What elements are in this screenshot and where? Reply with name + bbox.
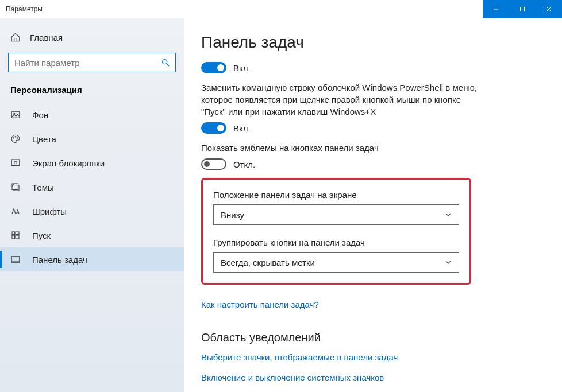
- svg-point-8: [13, 138, 14, 139]
- desc-powershell: Заменить командную строку оболочкой Wind…: [201, 81, 477, 118]
- svg-point-9: [15, 137, 16, 138]
- lockscreen-icon: [10, 158, 21, 168]
- sidebar-item-label: Панель задач: [32, 255, 87, 265]
- sidebar-item-taskbar[interactable]: Панель задач: [0, 247, 184, 271]
- sidebar-item-label: Темы: [32, 183, 54, 192]
- svg-rect-1: [521, 7, 525, 11]
- sidebar-section-title: Персонализация: [0, 79, 184, 103]
- palette-icon: [10, 134, 21, 144]
- start-icon: [10, 230, 21, 240]
- chevron-down-icon: [445, 258, 452, 267]
- titlebar: Параметры: [0, 0, 562, 18]
- home-icon: [10, 32, 21, 42]
- sidebar: Главная Персонализация Фон Цвета Экран б…: [0, 18, 184, 392]
- sidebar-item-label: Пуск: [32, 231, 51, 240]
- svg-rect-13: [14, 162, 17, 164]
- search-input[interactable]: [8, 53, 176, 72]
- toggle-row-1: Вкл.: [201, 62, 539, 73]
- svg-point-7: [14, 113, 15, 114]
- group-select[interactable]: Всегда, скрывать метки: [213, 252, 459, 273]
- home-label: Главная: [30, 33, 63, 42]
- toggle-3[interactable]: [201, 158, 226, 170]
- system-icons-link[interactable]: Включение и выключение системных значков: [201, 372, 539, 382]
- sidebar-item-background[interactable]: Фон: [0, 103, 184, 127]
- toggle-row-2: Вкл.: [201, 122, 539, 134]
- group-value: Всегда, скрывать метки: [221, 258, 315, 267]
- svg-rect-11: [11, 160, 20, 166]
- highlighted-settings: Положение панели задач на экране Внизу Г…: [201, 178, 471, 285]
- content-pane: Панель задач Вкл. Заменить командную стр…: [184, 18, 562, 392]
- search-icon: [161, 58, 170, 67]
- toggle-1-label: Вкл.: [233, 63, 251, 73]
- toggle-2[interactable]: [201, 122, 226, 134]
- window-controls: [483, 0, 562, 18]
- desc-badges: Показать эмблемы на кнопках панели задач: [201, 142, 477, 154]
- toggle-1[interactable]: [201, 62, 226, 73]
- toggle-2-label: Вкл.: [233, 123, 251, 133]
- svg-rect-18: [16, 232, 19, 235]
- sidebar-item-colors[interactable]: Цвета: [0, 127, 184, 151]
- maximize-button[interactable]: [509, 0, 536, 18]
- sidebar-item-themes[interactable]: Темы: [0, 175, 184, 199]
- position-select[interactable]: Внизу: [213, 204, 459, 225]
- notification-area-heading: Область уведомлений: [201, 331, 539, 344]
- svg-rect-17: [12, 232, 15, 235]
- sidebar-item-label: Цвета: [32, 134, 56, 144]
- svg-rect-14: [12, 184, 18, 190]
- taskbar-icon: [10, 254, 21, 265]
- page-title: Панель задач: [201, 33, 539, 52]
- search-field-wrap: [8, 53, 176, 72]
- group-label: Группировать кнопки на панели задач: [213, 238, 459, 247]
- sidebar-item-label: Шрифты: [32, 207, 67, 216]
- svg-point-4: [163, 60, 167, 64]
- close-button[interactable]: [536, 0, 562, 18]
- themes-icon: [10, 182, 21, 192]
- position-value: Внизу: [221, 210, 244, 220]
- svg-rect-21: [11, 257, 20, 263]
- sidebar-item-lockscreen[interactable]: Экран блокировки: [0, 151, 184, 175]
- toggle-row-3: Откл.: [201, 158, 539, 170]
- sidebar-item-label: Фон: [32, 110, 48, 120]
- sidebar-item-label: Экран блокировки: [32, 158, 105, 168]
- svg-rect-19: [12, 235, 15, 239]
- sidebar-item-start[interactable]: Пуск: [0, 223, 184, 247]
- help-link[interactable]: Как настроить панели задач?: [201, 300, 319, 309]
- minimize-button[interactable]: [483, 0, 509, 18]
- window-title: Параметры: [6, 5, 43, 13]
- picture-icon: [10, 110, 21, 120]
- svg-point-10: [17, 138, 18, 139]
- fonts-icon: [10, 206, 21, 216]
- chevron-down-icon: [445, 210, 452, 220]
- toggle-3-label: Откл.: [233, 160, 255, 169]
- home-nav[interactable]: Главная: [0, 26, 184, 48]
- sidebar-item-fonts[interactable]: Шрифты: [0, 199, 184, 223]
- svg-line-5: [167, 64, 169, 66]
- position-label: Положение панели задач на экране: [213, 190, 459, 200]
- select-icons-link[interactable]: Выберите значки, отображаемые в панели з…: [201, 352, 539, 362]
- svg-rect-20: [16, 235, 19, 239]
